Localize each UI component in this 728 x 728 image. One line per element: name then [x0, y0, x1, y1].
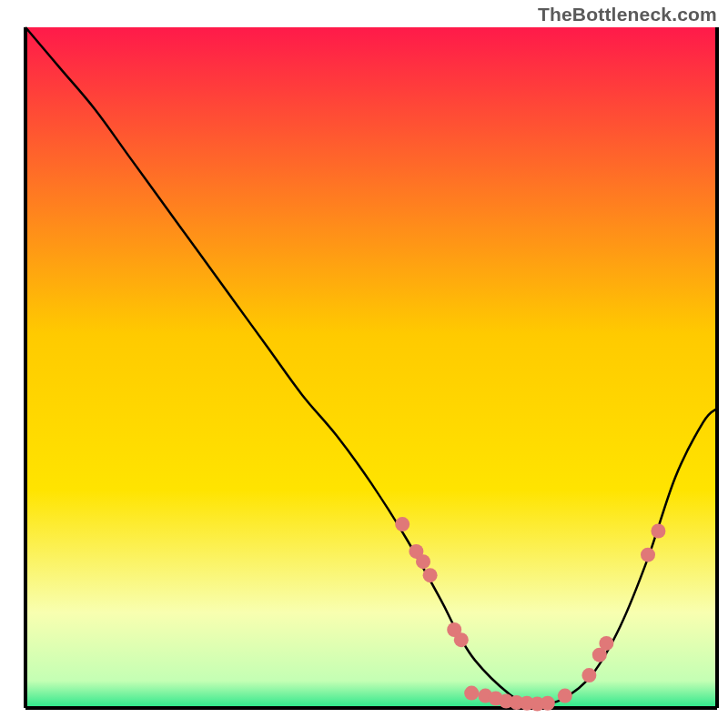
watermark-text: TheBottleneck.com: [538, 4, 717, 25]
chart-svg: [0, 0, 728, 728]
data-marker: [558, 689, 572, 703]
data-marker: [641, 548, 655, 562]
data-marker: [599, 636, 613, 651]
data-marker: [651, 524, 665, 539]
plot-background: [25, 27, 717, 708]
data-marker: [541, 696, 555, 711]
data-marker: [416, 554, 430, 569]
data-marker: [464, 686, 479, 701]
data-marker: [581, 668, 596, 682]
chart-container: TheBottleneck.com: [0, 0, 728, 728]
data-marker: [454, 632, 469, 647]
data-marker: [395, 517, 410, 531]
data-marker: [423, 568, 438, 582]
